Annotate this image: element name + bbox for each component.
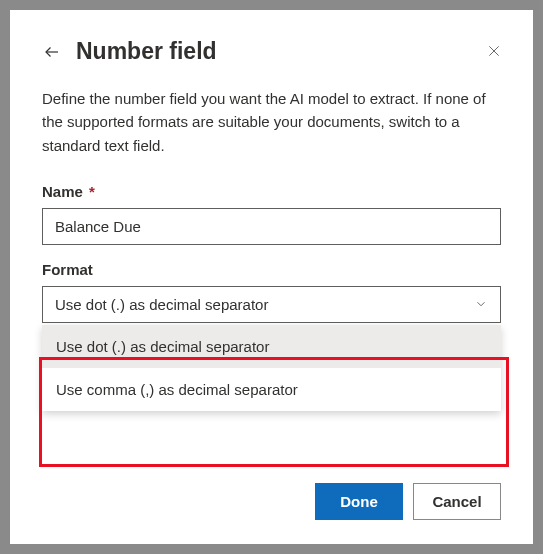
back-arrow-icon[interactable]	[42, 42, 62, 62]
name-label-text: Name	[42, 183, 83, 200]
format-dropdown-panel: Use dot (.) as decimal separator Use com…	[42, 325, 501, 411]
required-indicator: *	[89, 183, 95, 200]
number-field-dialog: Number field Define the number field you…	[10, 10, 533, 544]
dialog-description: Define the number field you want the AI …	[42, 87, 501, 157]
name-input[interactable]	[42, 208, 501, 245]
dialog-title: Number field	[76, 38, 217, 65]
done-button[interactable]: Done	[315, 483, 403, 520]
dialog-header: Number field	[42, 38, 501, 65]
chevron-down-icon	[474, 297, 488, 311]
close-icon[interactable]	[485, 42, 503, 60]
dialog-footer: Done Cancel	[315, 483, 501, 520]
format-option-comma[interactable]: Use comma (,) as decimal separator	[42, 368, 501, 411]
cancel-button[interactable]: Cancel	[413, 483, 501, 520]
format-selected-value: Use dot (.) as decimal separator	[55, 296, 268, 313]
format-label: Format	[42, 261, 501, 278]
name-label: Name *	[42, 183, 501, 200]
format-select-wrapper: Use dot (.) as decimal separator Use dot…	[42, 286, 501, 323]
format-select[interactable]: Use dot (.) as decimal separator	[42, 286, 501, 323]
format-option-dot[interactable]: Use dot (.) as decimal separator	[42, 325, 501, 368]
